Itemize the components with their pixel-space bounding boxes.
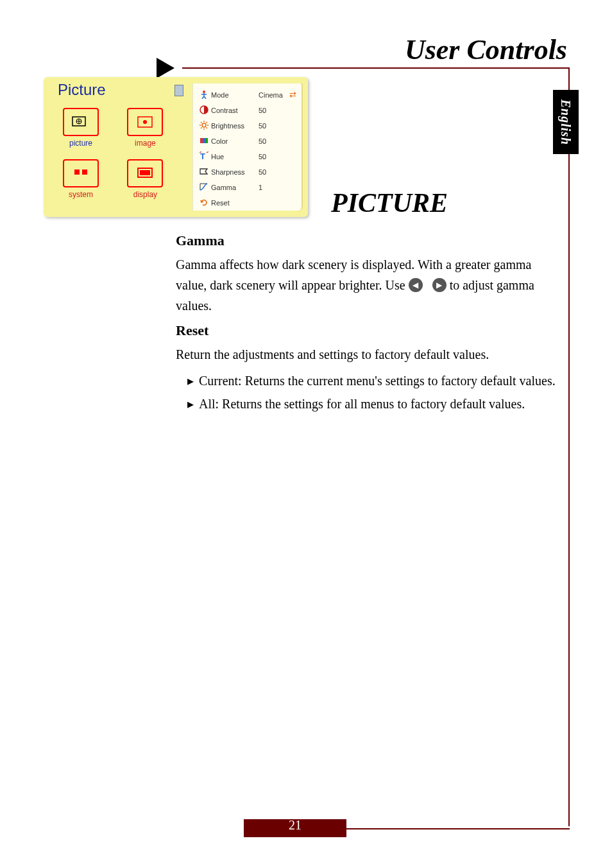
language-tab-label: English	[559, 99, 574, 144]
person-icon	[197, 90, 211, 100]
osd-row-label: Sharpness	[211, 168, 259, 176]
gamma-icon	[197, 182, 211, 193]
osd-row-label: Contrast	[211, 107, 259, 114]
osd-row-mode[interactable]: Mode Cinema ⇄	[193, 87, 302, 103]
hue-icon: T	[197, 152, 211, 162]
osd-cell-display[interactable]: display	[115, 157, 174, 208]
reset-paragraph: Return the adjustments and settings to f…	[176, 344, 561, 365]
picture-icon	[63, 108, 99, 136]
osd-row-label: Color	[211, 137, 259, 145]
osd-row-hue[interactable]: T Hue 50	[193, 149, 302, 164]
svg-point-5	[143, 120, 147, 124]
svg-line-23	[201, 128, 202, 129]
osd-cell-label: system	[51, 190, 110, 199]
osd-row-label: Hue	[211, 153, 259, 161]
osd-cell-picture[interactable]: picture	[51, 105, 110, 157]
footer-rule	[346, 828, 570, 829]
osd-row-contrast[interactable]: Contrast 50	[193, 103, 302, 118]
osd-row-color[interactable]: Color 50	[193, 134, 302, 149]
reset-bullets: Current: Returns the current menu's sett…	[187, 371, 561, 413]
svg-rect-26	[203, 138, 205, 143]
header-rule	[182, 67, 570, 69]
system-icon	[63, 159, 99, 187]
osd-title: Picture	[49, 81, 183, 99]
osd-menu: Picture picture image system display	[44, 77, 308, 217]
side-rule	[568, 67, 570, 826]
svg-line-14	[204, 96, 206, 99]
svg-line-24	[207, 122, 208, 123]
svg-rect-25	[200, 138, 203, 143]
osd-header: Picture	[49, 81, 183, 100]
reset-icon	[197, 198, 211, 208]
osd-row-label: Mode	[211, 91, 259, 99]
osd-cell-label: display	[115, 190, 174, 199]
osd-row-gamma[interactable]: Gamma 1	[193, 180, 302, 195]
osd-panel-edge	[291, 83, 303, 212]
svg-line-21	[201, 122, 202, 123]
language-tab: English	[553, 90, 579, 154]
brightness-icon	[197, 121, 211, 131]
osd-cell-label: picture	[51, 139, 110, 148]
list-item: Current: Returns the current menu's sett…	[187, 371, 561, 390]
osd-row-brightness[interactable]: Brightness 50	[193, 118, 302, 134]
osd-category-grid: picture image system display	[51, 105, 180, 208]
svg-point-16	[202, 123, 206, 127]
svg-text:T: T	[200, 152, 205, 161]
gamma-heading: Gamma	[176, 232, 561, 249]
osd-cell-system[interactable]: system	[51, 157, 110, 208]
svg-point-10	[203, 91, 205, 93]
svg-line-22	[207, 128, 208, 129]
page-number: 21	[244, 818, 346, 833]
section-title: PICTURE	[331, 187, 448, 218]
left-arrow-button-icon[interactable]: ◀	[409, 278, 423, 292]
svg-rect-27	[205, 138, 208, 143]
right-arrow-button-icon[interactable]: ▶	[432, 278, 446, 292]
image-icon	[127, 108, 163, 136]
osd-row-label: Gamma	[211, 184, 259, 191]
reset-heading: Reset	[176, 322, 561, 339]
osd-row-label: Brightness	[211, 122, 259, 130]
osd-row-value: Cinema	[259, 91, 289, 99]
list-item: All: Returns the settings for all menus …	[187, 394, 561, 413]
osd-row-sharpness[interactable]: Sharpness 50	[193, 164, 302, 180]
osd-tab-notch	[174, 85, 183, 96]
osd-cell-image[interactable]: image	[115, 105, 174, 157]
header-pointer-icon	[157, 58, 174, 78]
osd-settings-panel: Mode Cinema ⇄ Contrast 50	[192, 83, 302, 211]
page-title: User Controls	[405, 33, 567, 66]
svg-rect-9	[140, 170, 150, 175]
display-icon	[127, 159, 163, 187]
sharpness-icon	[197, 167, 211, 177]
contrast-icon	[197, 105, 211, 116]
osd-row-label: Reset	[211, 199, 259, 207]
osd-cell-label: image	[115, 139, 174, 148]
svg-rect-7	[82, 169, 87, 175]
color-icon	[197, 136, 211, 146]
body-column: Gamma Gamma affects how dark scenery is …	[176, 229, 561, 417]
gamma-paragraph: Gamma affects how dark scenery is displa…	[176, 254, 561, 316]
svg-rect-6	[74, 169, 80, 175]
osd-row-reset[interactable]: Reset	[193, 195, 302, 211]
